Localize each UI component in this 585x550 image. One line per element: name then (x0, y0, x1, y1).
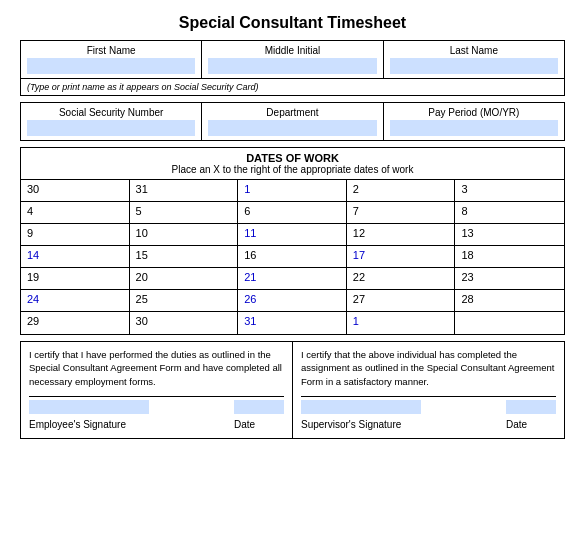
date-cell[interactable]: 3 (455, 180, 564, 202)
date-cell[interactable]: 4 (21, 202, 130, 224)
cert-left-text: I certify that I have performed the duti… (29, 349, 282, 387)
date-cell[interactable]: 21 (238, 268, 347, 290)
date-cell[interactable]: 6 (238, 202, 347, 224)
name-row: First Name Middle Initial Last Name (21, 41, 564, 79)
date-cell[interactable]: 7 (347, 202, 456, 224)
date-cell[interactable] (455, 312, 564, 334)
date-cell[interactable]: 29 (21, 312, 130, 334)
date-cell[interactable]: 30 (21, 180, 130, 202)
date-cell[interactable]: 18 (455, 246, 564, 268)
ssn-label: Social Security Number (27, 107, 195, 118)
cert-right: I certify that the above individual has … (293, 342, 564, 438)
date-cell[interactable]: 2 (347, 180, 456, 202)
date-cell[interactable]: 12 (347, 224, 456, 246)
date-cell[interactable]: 19 (21, 268, 130, 290)
middle-initial-cell: Middle Initial (202, 41, 383, 78)
supervisor-date-label: Date (506, 419, 527, 430)
last-name-label: Last Name (390, 45, 558, 56)
date-cell[interactable]: 30 (130, 312, 239, 334)
employee-sig-input[interactable] (29, 400, 149, 414)
employee-sig-area: Employee's Signature (29, 400, 149, 432)
date-cell[interactable]: 31 (238, 312, 347, 334)
date-cell[interactable]: 22 (347, 268, 456, 290)
date-cell[interactable]: 8 (455, 202, 564, 224)
name-hint: (Type or print name as it appears on Soc… (21, 79, 564, 95)
sig-row-left: Employee's Signature Date (29, 396, 284, 432)
date-cell[interactable]: 5 (130, 202, 239, 224)
employee-sig-label: Employee's Signature (29, 419, 126, 430)
cert-left: I certify that I have performed the duti… (21, 342, 293, 438)
date-cell[interactable]: 17 (347, 246, 456, 268)
date-cell[interactable]: 9 (21, 224, 130, 246)
date-cell[interactable]: 13 (455, 224, 564, 246)
dates-title: DATES OF WORK (27, 152, 558, 164)
bottom-section: I certify that I have performed the duti… (20, 341, 565, 439)
dates-subtitle: Place an X to the right of the appropria… (27, 164, 558, 175)
first-name-input[interactable] (27, 58, 195, 74)
employee-date-area: Date (234, 400, 284, 432)
date-cell[interactable]: 26 (238, 290, 347, 312)
date-cell[interactable]: 14 (21, 246, 130, 268)
sig-row-right: Supervisor's Signature Date (301, 396, 556, 432)
middle-initial-input[interactable] (208, 58, 376, 74)
date-cell[interactable]: 28 (455, 290, 564, 312)
name-section: First Name Middle Initial Last Name (Typ… (20, 40, 565, 96)
middle-initial-label: Middle Initial (208, 45, 376, 56)
ssn-cell: Social Security Number (21, 103, 202, 140)
pay-period-cell: Pay Period (MO/YR) (384, 103, 564, 140)
department-label: Department (208, 107, 376, 118)
page-title: Special Consultant Timesheet (20, 14, 565, 32)
date-cell[interactable]: 1 (238, 180, 347, 202)
supervisor-date-area: Date (506, 400, 556, 432)
cert-right-text: I certify that the above individual has … (301, 349, 555, 387)
dates-section: DATES OF WORK Place an X to the right of… (20, 147, 565, 335)
date-cell[interactable]: 25 (130, 290, 239, 312)
department-input[interactable] (208, 120, 376, 136)
date-cell[interactable]: 20 (130, 268, 239, 290)
date-cell[interactable]: 10 (130, 224, 239, 246)
date-cell[interactable]: 23 (455, 268, 564, 290)
date-cell[interactable]: 15 (130, 246, 239, 268)
date-cell[interactable]: 1 (347, 312, 456, 334)
date-cell[interactable]: 11 (238, 224, 347, 246)
supervisor-sig-area: Supervisor's Signature (301, 400, 421, 432)
dates-header: DATES OF WORK Place an X to the right of… (21, 148, 564, 180)
last-name-cell: Last Name (384, 41, 564, 78)
department-cell: Department (202, 103, 383, 140)
first-name-label: First Name (27, 45, 195, 56)
date-cell[interactable]: 24 (21, 290, 130, 312)
supervisor-date-input[interactable] (506, 400, 556, 414)
pay-period-input[interactable] (390, 120, 558, 136)
employee-date-label: Date (234, 419, 255, 430)
dates-grid: 3031123456789101112131415161718192021222… (21, 180, 564, 334)
last-name-input[interactable] (390, 58, 558, 74)
pay-period-label: Pay Period (MO/YR) (390, 107, 558, 118)
info-row: Social Security Number Department Pay Pe… (20, 102, 565, 141)
supervisor-sig-input[interactable] (301, 400, 421, 414)
date-cell[interactable]: 16 (238, 246, 347, 268)
first-name-cell: First Name (21, 41, 202, 78)
date-cell[interactable]: 31 (130, 180, 239, 202)
ssn-input[interactable] (27, 120, 195, 136)
employee-date-input[interactable] (234, 400, 284, 414)
date-cell[interactable]: 27 (347, 290, 456, 312)
supervisor-sig-label: Supervisor's Signature (301, 419, 401, 430)
